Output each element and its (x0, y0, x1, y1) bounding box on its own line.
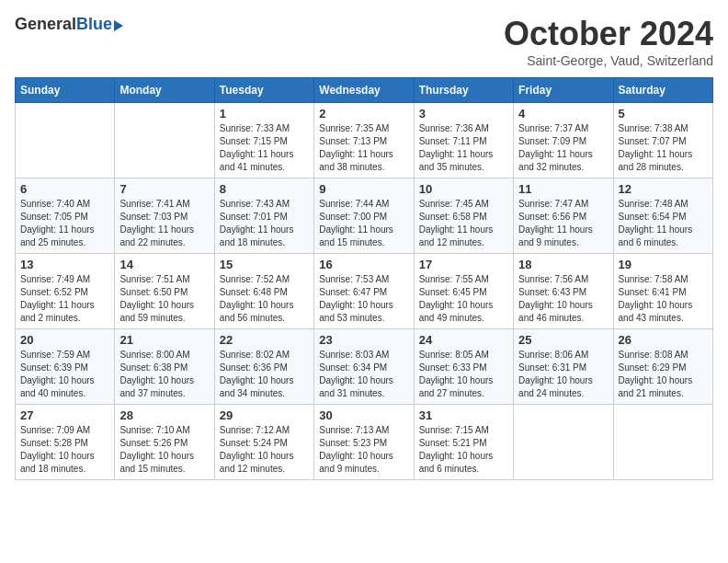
calendar-table: Sunday Monday Tuesday Wednesday Thursday… (15, 77, 713, 480)
calendar-cell: 19Sunrise: 7:58 AM Sunset: 6:41 PM Dayli… (613, 254, 712, 329)
day-number: 29 (220, 408, 309, 422)
day-number: 28 (119, 408, 209, 422)
day-number: 12 (619, 182, 708, 196)
calendar-cell (514, 405, 613, 480)
day-number: 11 (518, 182, 608, 196)
day-number: 2 (319, 107, 408, 121)
day-number: 9 (319, 182, 408, 196)
day-info: Sunrise: 7:49 AM Sunset: 6:52 PM Dayligh… (20, 273, 109, 325)
day-number: 7 (119, 182, 209, 196)
day-info: Sunrise: 7:59 AM Sunset: 6:39 PM Dayligh… (20, 349, 109, 400)
day-number: 22 (220, 333, 309, 347)
day-number: 1 (220, 107, 309, 121)
day-number: 14 (119, 258, 209, 271)
header-wednesday: Wednesday (314, 78, 414, 103)
day-info: Sunrise: 7:44 AM Sunset: 7:00 PM Dayligh… (319, 198, 408, 249)
day-info: Sunrise: 7:55 AM Sunset: 6:45 PM Dayligh… (419, 273, 508, 325)
month-title: October 2024 (504, 15, 713, 53)
day-number: 13 (20, 258, 109, 271)
calendar-cell: 16Sunrise: 7:53 AM Sunset: 6:47 PM Dayli… (314, 254, 414, 329)
calendar-week-5: 27Sunrise: 7:09 AM Sunset: 5:28 PM Dayli… (16, 405, 713, 480)
calendar-cell: 20Sunrise: 7:59 AM Sunset: 6:39 PM Dayli… (16, 329, 115, 405)
day-info: Sunrise: 8:02 AM Sunset: 6:36 PM Dayligh… (220, 349, 309, 400)
day-number: 3 (419, 107, 508, 121)
header-saturday: Saturday (613, 78, 712, 103)
day-info: Sunrise: 7:47 AM Sunset: 6:56 PM Dayligh… (518, 198, 608, 249)
day-info: Sunrise: 7:37 AM Sunset: 7:09 PM Dayligh… (518, 122, 608, 174)
header-tuesday: Tuesday (214, 78, 313, 103)
day-info: Sunrise: 7:43 AM Sunset: 7:01 PM Dayligh… (220, 198, 309, 249)
calendar-cell: 9Sunrise: 7:44 AM Sunset: 7:00 PM Daylig… (314, 178, 414, 254)
day-info: Sunrise: 8:06 AM Sunset: 6:31 PM Dayligh… (518, 349, 608, 400)
logo-arrow-icon (114, 20, 123, 31)
day-info: Sunrise: 7:35 AM Sunset: 7:13 PM Dayligh… (319, 122, 408, 174)
day-number: 24 (419, 333, 508, 347)
calendar-cell: 29Sunrise: 7:12 AM Sunset: 5:24 PM Dayli… (214, 405, 313, 480)
day-info: Sunrise: 8:05 AM Sunset: 6:33 PM Dayligh… (419, 349, 508, 400)
day-number: 18 (518, 258, 608, 271)
calendar-week-1: 1Sunrise: 7:33 AM Sunset: 7:15 PM Daylig… (16, 103, 713, 178)
calendar-cell: 30Sunrise: 7:13 AM Sunset: 5:23 PM Dayli… (314, 405, 414, 480)
calendar-cell: 8Sunrise: 7:43 AM Sunset: 7:01 PM Daylig… (214, 178, 313, 254)
page-header: General Blue October 2024 Saint-George, … (15, 15, 713, 68)
calendar-cell: 17Sunrise: 7:55 AM Sunset: 6:45 PM Dayli… (414, 254, 513, 329)
day-number: 16 (319, 258, 408, 271)
day-info: Sunrise: 7:36 AM Sunset: 7:11 PM Dayligh… (419, 122, 508, 174)
day-number: 5 (619, 107, 708, 121)
day-info: Sunrise: 7:13 AM Sunset: 5:23 PM Dayligh… (319, 424, 408, 476)
calendar-cell: 10Sunrise: 7:45 AM Sunset: 6:58 PM Dayli… (414, 178, 513, 254)
day-info: Sunrise: 7:09 AM Sunset: 5:28 PM Dayligh… (20, 424, 109, 476)
calendar-week-3: 13Sunrise: 7:49 AM Sunset: 6:52 PM Dayli… (16, 254, 713, 329)
day-info: Sunrise: 8:03 AM Sunset: 6:34 PM Dayligh… (319, 349, 408, 400)
calendar-cell: 12Sunrise: 7:48 AM Sunset: 6:54 PM Dayli… (613, 178, 712, 254)
day-number: 27 (20, 408, 109, 422)
logo-general-text: General (15, 15, 76, 34)
logo: General Blue (15, 15, 123, 34)
day-number: 6 (20, 182, 109, 196)
day-info: Sunrise: 7:12 AM Sunset: 5:24 PM Dayligh… (220, 424, 309, 476)
calendar-cell (115, 103, 214, 178)
calendar-cell: 31Sunrise: 7:15 AM Sunset: 5:21 PM Dayli… (414, 405, 513, 480)
day-info: Sunrise: 7:41 AM Sunset: 7:03 PM Dayligh… (119, 198, 209, 249)
day-number: 20 (20, 333, 109, 347)
logo-blue-text: Blue (76, 15, 112, 34)
day-number: 10 (419, 182, 508, 196)
calendar-cell: 5Sunrise: 7:38 AM Sunset: 7:07 PM Daylig… (613, 103, 712, 178)
day-info: Sunrise: 7:52 AM Sunset: 6:48 PM Dayligh… (220, 273, 309, 325)
calendar-cell: 6Sunrise: 7:40 AM Sunset: 7:05 PM Daylig… (16, 178, 115, 254)
header-friday: Friday (514, 78, 613, 103)
day-number: 25 (518, 333, 608, 347)
calendar-cell: 18Sunrise: 7:56 AM Sunset: 6:43 PM Dayli… (514, 254, 613, 329)
location-subtitle: Saint-George, Vaud, Switzerland (504, 53, 713, 68)
header-monday: Monday (115, 78, 214, 103)
calendar-cell: 1Sunrise: 7:33 AM Sunset: 7:15 PM Daylig… (214, 103, 313, 178)
calendar-cell (16, 103, 115, 178)
header-sunday: Sunday (16, 78, 115, 103)
calendar-cell: 21Sunrise: 8:00 AM Sunset: 6:38 PM Dayli… (115, 329, 214, 405)
calendar-cell: 3Sunrise: 7:36 AM Sunset: 7:11 PM Daylig… (414, 103, 513, 178)
day-info: Sunrise: 8:00 AM Sunset: 6:38 PM Dayligh… (119, 349, 209, 400)
day-info: Sunrise: 7:10 AM Sunset: 5:26 PM Dayligh… (119, 424, 209, 476)
header-row: Sunday Monday Tuesday Wednesday Thursday… (16, 78, 713, 103)
calendar-cell: 28Sunrise: 7:10 AM Sunset: 5:26 PM Dayli… (115, 405, 214, 480)
day-number: 23 (319, 333, 408, 347)
day-info: Sunrise: 8:08 AM Sunset: 6:29 PM Dayligh… (619, 349, 708, 400)
day-info: Sunrise: 7:33 AM Sunset: 7:15 PM Dayligh… (220, 122, 309, 174)
day-info: Sunrise: 7:51 AM Sunset: 6:50 PM Dayligh… (119, 273, 209, 325)
calendar-cell: 23Sunrise: 8:03 AM Sunset: 6:34 PM Dayli… (314, 329, 414, 405)
calendar-cell: 26Sunrise: 8:08 AM Sunset: 6:29 PM Dayli… (613, 329, 712, 405)
calendar-cell: 25Sunrise: 8:06 AM Sunset: 6:31 PM Dayli… (514, 329, 613, 405)
day-number: 30 (319, 408, 408, 422)
calendar-cell: 13Sunrise: 7:49 AM Sunset: 6:52 PM Dayli… (16, 254, 115, 329)
calendar-header: Sunday Monday Tuesday Wednesday Thursday… (16, 78, 713, 103)
calendar-cell: 22Sunrise: 8:02 AM Sunset: 6:36 PM Dayli… (214, 329, 313, 405)
calendar-cell: 7Sunrise: 7:41 AM Sunset: 7:03 PM Daylig… (115, 178, 214, 254)
calendar-cell: 2Sunrise: 7:35 AM Sunset: 7:13 PM Daylig… (314, 103, 414, 178)
day-number: 8 (220, 182, 309, 196)
day-info: Sunrise: 7:56 AM Sunset: 6:43 PM Dayligh… (518, 273, 608, 325)
calendar-cell: 14Sunrise: 7:51 AM Sunset: 6:50 PM Dayli… (115, 254, 214, 329)
day-number: 21 (119, 333, 209, 347)
day-info: Sunrise: 7:53 AM Sunset: 6:47 PM Dayligh… (319, 273, 408, 325)
day-number: 17 (419, 258, 508, 271)
header-thursday: Thursday (414, 78, 513, 103)
